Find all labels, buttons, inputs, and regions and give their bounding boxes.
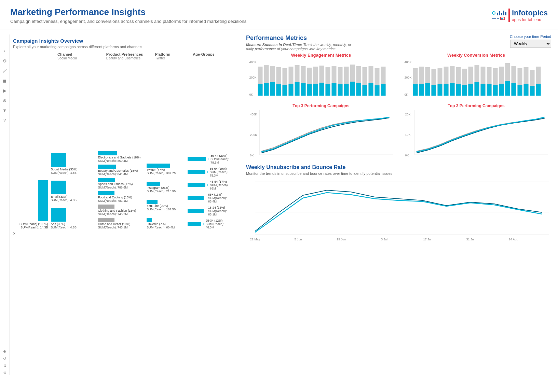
col-product: Product Preferences Beauty and Cosmetics bbox=[106, 52, 155, 60]
sidebar-sort2-icon[interactable]: ⇅ bbox=[3, 364, 6, 368]
sidebar-zoom-icon[interactable]: ⊕ bbox=[3, 349, 6, 354]
sidebar-filter-icon[interactable]: ◼ bbox=[3, 78, 6, 83]
svg-rect-4 bbox=[258, 84, 263, 96]
conversion-section: Weekly Conversion Metrics 400K 200K 0K bbox=[401, 53, 551, 98]
age-plus-3: + bbox=[206, 183, 209, 187]
conversion-bar-chart: 400K 200K 0K bbox=[401, 60, 551, 97]
svg-text:400K: 400K bbox=[250, 113, 257, 116]
svg-rect-57 bbox=[438, 84, 443, 96]
svg-text:10K: 10K bbox=[405, 133, 411, 137]
perf-title: Performance Metrics bbox=[246, 34, 355, 42]
time-period-select[interactable]: Weekly Daily Monthly bbox=[510, 40, 551, 48]
svg-rect-20 bbox=[307, 84, 312, 96]
svg-rect-81 bbox=[512, 83, 516, 96]
svg-rect-24 bbox=[319, 83, 324, 96]
svg-rect-75 bbox=[493, 85, 498, 96]
svg-text:200K: 200K bbox=[249, 76, 257, 79]
sidebar-help-icon[interactable]: ? bbox=[3, 118, 6, 123]
svg-rect-59 bbox=[444, 84, 449, 96]
svg-rect-51 bbox=[419, 84, 424, 96]
svg-text:400K: 400K bbox=[405, 60, 412, 64]
top-campaigns-label-2: Top 3 Performing Campaigns bbox=[401, 103, 551, 108]
platform-col: Twitter (47%) SUM(Reach): 397.7M Instagr… bbox=[147, 62, 188, 229]
svg-rect-53 bbox=[425, 83, 430, 96]
svg-rect-16 bbox=[295, 82, 300, 96]
logo-text-area: infotopics apps for tableau bbox=[508, 9, 548, 22]
svg-text:0K: 0K bbox=[405, 93, 408, 96]
header-left: Marketing Performance Insights Campaign … bbox=[10, 7, 246, 24]
svg-text:20K: 20K bbox=[405, 113, 411, 116]
sidebar-chevron-icon[interactable]: ‹ bbox=[4, 48, 5, 54]
product-col: Electronics and Gadgets (18%) SUM(Reach)… bbox=[98, 62, 147, 229]
svg-rect-18 bbox=[301, 83, 306, 96]
right-panel: Performance Metrics Measure Success in R… bbox=[239, 29, 558, 380]
channel-ads-bar bbox=[51, 208, 66, 222]
sidebar-edit-icon[interactable]: 🖊 bbox=[2, 68, 7, 73]
metrics-grid: Weekly Engagement Metrics 400K 200K 0K bbox=[246, 53, 551, 159]
sidebar-settings-icon[interactable]: ⚙ bbox=[3, 58, 7, 64]
svg-rect-87 bbox=[530, 86, 535, 96]
sidebar-refresh-icon[interactable]: ↺ bbox=[3, 356, 6, 361]
svg-rect-77 bbox=[499, 84, 504, 96]
unsub-subtitle: Monitor the trends in unsubscribe and bo… bbox=[246, 171, 551, 176]
sidebar-play-icon[interactable]: ▶ bbox=[3, 88, 6, 93]
logo-circle-icon bbox=[492, 11, 495, 15]
svg-text:200K: 200K bbox=[250, 133, 257, 137]
col-headers: Channel Social Media Product Preferences… bbox=[57, 52, 234, 60]
sidebar-layers-icon[interactable]: ⊛ bbox=[3, 98, 6, 103]
unsubscribe-section: Weekly Unsubscribe and Bounce Rate Monit… bbox=[246, 164, 551, 246]
logo-bars-icon bbox=[497, 11, 506, 15]
header: Marketing Performance Insights Campaign … bbox=[0, 0, 558, 29]
age-plus-6: + bbox=[202, 222, 205, 226]
perf-header: Performance Metrics Measure Success in R… bbox=[246, 34, 551, 51]
svg-rect-67 bbox=[468, 84, 473, 96]
svg-text:5 Jun: 5 Jun bbox=[294, 238, 302, 241]
svg-text:14 Aug: 14 Aug bbox=[508, 238, 518, 241]
page-title: Marketing Performance Insights bbox=[10, 7, 246, 17]
logo-name: infotopics bbox=[512, 9, 548, 17]
svg-rect-49 bbox=[413, 84, 418, 96]
svg-rect-71 bbox=[481, 84, 486, 96]
sidebar: ‹ ⚙ 🖊 ◼ ▶ ⊛ ▼ ? ⊕ ↺ ⇅ ⇅ bbox=[0, 34, 10, 375]
svg-rect-63 bbox=[456, 84, 461, 96]
logo-tagline: apps for tableau bbox=[512, 17, 548, 22]
channel-col: Social Media (33%) SUM(Reach): 4.8B Emai… bbox=[51, 62, 98, 229]
svg-rect-14 bbox=[289, 84, 294, 96]
svg-rect-42 bbox=[375, 85, 380, 96]
time-period-selector[interactable]: Choose your time Period Weekly Daily Mon… bbox=[510, 34, 551, 48]
section-title: Campaign Insights Overview bbox=[13, 38, 234, 44]
svg-rect-44 bbox=[381, 84, 386, 96]
svg-rect-79 bbox=[505, 81, 510, 96]
sidebar-sort3-icon[interactable]: ⇅ bbox=[3, 371, 6, 375]
svg-rect-26 bbox=[326, 84, 330, 96]
chart-content: Campaign Insights Overview Explore all y… bbox=[10, 34, 235, 375]
svg-rect-30 bbox=[338, 84, 343, 96]
svg-rect-36 bbox=[356, 83, 361, 96]
total-col: SUM(Reach) (100%) SUM(Reach): 14.3B bbox=[13, 62, 51, 229]
svg-text:0K: 0K bbox=[250, 154, 254, 157]
sigma-icon[interactable]: Σ bbox=[13, 231, 234, 236]
perf-title-area: Performance Metrics Measure Success in R… bbox=[246, 34, 355, 51]
svg-rect-65 bbox=[462, 85, 467, 96]
svg-rect-8 bbox=[270, 82, 275, 96]
page-subtitle: Campaign effectiveness, engagement, and … bbox=[10, 19, 246, 24]
svg-rect-73 bbox=[487, 84, 492, 96]
perf-subtitle: Measure Success in Real-Time: Track the … bbox=[246, 43, 355, 51]
engagement-title: Weekly Engagement Metrics bbox=[246, 53, 396, 58]
logo-lines-icon bbox=[492, 18, 499, 19]
top-campaigns-line-chart-1: 400K 200K 0K bbox=[246, 110, 396, 158]
svg-rect-69 bbox=[475, 82, 479, 96]
svg-text:22 May: 22 May bbox=[250, 238, 260, 241]
svg-rect-83 bbox=[518, 85, 522, 96]
channel-email-bar bbox=[51, 181, 66, 194]
unsubscribe-line-chart: 22 May 5 Jun 19 Jun 3 Jul 17 Jul 31 Jul … bbox=[246, 178, 551, 245]
left-panel: ‹ ⚙ 🖊 ◼ ▶ ⊛ ▼ ? ⊕ ↺ ⇅ ⇅ Campaign Insight… bbox=[0, 29, 239, 380]
top-campaigns-engagement: Top 3 Performing Campaigns 400K 200K 0K bbox=[246, 103, 396, 159]
logo-chart-icon bbox=[500, 17, 505, 20]
age-plus-1: + bbox=[207, 157, 209, 162]
svg-rect-10 bbox=[276, 84, 281, 96]
conversion-title: Weekly Conversion Metrics bbox=[401, 53, 551, 58]
col-age: Age-Groups bbox=[193, 52, 234, 60]
sidebar-sort-icon[interactable]: ▼ bbox=[2, 108, 7, 113]
svg-rect-55 bbox=[432, 85, 436, 96]
